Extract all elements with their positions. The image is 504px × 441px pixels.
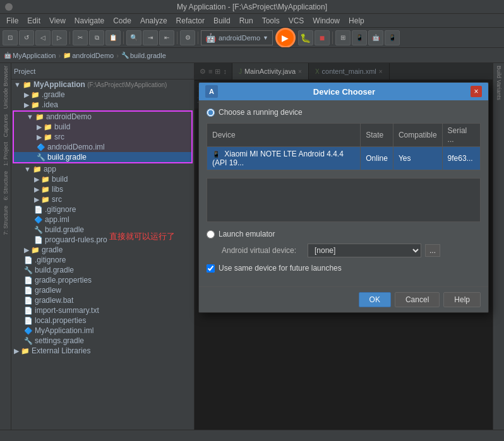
breadcrumb-androiddemo[interactable]: 📁 androidDemo	[63, 52, 114, 59]
menu-code[interactable]: Code	[109, 15, 135, 26]
tree-item-app[interactable]: ▼ 📁 app	[11, 164, 194, 174]
device-state-cell: Online	[361, 147, 393, 170]
menu-help[interactable]: Help	[345, 15, 368, 26]
separator-3	[177, 32, 177, 44]
tree-item-root-build-gradle[interactable]: 🔧 build.gradle	[11, 265, 194, 275]
tree-item-build-gradle-app[interactable]: 🔧 build.gradle	[11, 225, 194, 235]
tree-item-build[interactable]: ▶ 📁 build	[14, 122, 191, 132]
help-button[interactable]: Help	[443, 292, 481, 307]
toolbar-btn-copy[interactable]: ⧉	[89, 30, 104, 45]
tree-item-app-src[interactable]: ▶ 📁 src	[11, 194, 194, 204]
avd-select[interactable]: [none]	[308, 244, 421, 257]
toolbar-btn-7[interactable]: ⚙	[180, 30, 195, 45]
cancel-button[interactable]: Cancel	[395, 292, 440, 307]
tree-item-build-gradle-demo[interactable]: 🔧 build.gradle	[14, 152, 191, 162]
tree-item-import-summary[interactable]: 📄 import-summary.txt	[11, 305, 194, 315]
tree-item-src[interactable]: ▶ 📁 src	[14, 132, 191, 142]
tree-item-androiddemo[interactable]: ▼ 📁 androidDemo	[14, 112, 191, 122]
toolbar-btn-8[interactable]: ⊞	[335, 30, 351, 45]
stop-button[interactable]: ■	[315, 30, 330, 45]
side-label-structure7[interactable]: 7: Structure	[1, 203, 10, 238]
tree-item-idea[interactable]: ▶ 📁 .idea	[11, 100, 194, 110]
tree-item-myapp-iml-label: MyApplication.iml	[35, 326, 93, 335]
tree-item-app-libs[interactable]: ▶ 📁 libs	[11, 184, 194, 194]
menu-build[interactable]: Build	[210, 15, 234, 26]
tree-item-root-gitignore[interactable]: 📄 .gitignore	[11, 255, 194, 265]
menu-navigate[interactable]: Navigate	[71, 15, 108, 26]
toolbar-btn-9[interactable]: 📱	[352, 30, 367, 45]
folder-icon-app: 📁	[33, 165, 42, 173]
table-row-device[interactable]: 📱 Xiaomi MI NOTE LTE Android 4.4.4 (API …	[207, 147, 481, 170]
tree-toolbar-label: Project	[14, 68, 35, 75]
menu-view[interactable]: View	[45, 15, 69, 26]
tree-item-gradle-dir[interactable]: ▶ 📁 gradle	[11, 245, 194, 255]
menu-analyze[interactable]: Analyze	[136, 15, 171, 26]
right-side-panel: Build Variants	[493, 63, 504, 430]
ok-button[interactable]: OK	[359, 292, 391, 307]
tree-item-app-iml[interactable]: 🔷 app.iml	[11, 215, 194, 225]
toolbar-btn-1[interactable]: ⊡	[3, 30, 18, 45]
folder-icon-app-build: 📁	[41, 175, 50, 184]
menu-window[interactable]: Window	[309, 15, 344, 26]
tree-root[interactable]: ▼ 📁 MyApplication (F:\AsProject\MyApplic…	[11, 79, 194, 90]
tree-item-androiddemo-iml[interactable]: 🔷 androidDemo.iml	[14, 142, 191, 152]
separator-4	[198, 32, 198, 44]
same-device-checkbox[interactable]	[207, 264, 215, 273]
tree-item-app-build[interactable]: ▶ 📁 build 直接就可以运行了	[11, 174, 194, 184]
radio-running[interactable]	[207, 109, 215, 117]
menu-run[interactable]: Run	[236, 15, 257, 26]
radio-emulator[interactable]	[207, 230, 215, 238]
tree-item-settings-gradle[interactable]: 🔧 settings.gradle	[11, 336, 194, 346]
toolbar-btn-4[interactable]: ▷	[52, 30, 67, 45]
tree-item-local-props[interactable]: 📄 local.properties	[11, 315, 194, 326]
tree-item-gradlew-bat[interactable]: 📄 gradlew.bat	[11, 295, 194, 305]
toolbar-btn-5[interactable]: ⇥	[143, 30, 158, 45]
toolbar-btn-11[interactable]: 📱	[385, 30, 400, 45]
menu-vcs[interactable]: VCS	[285, 15, 308, 26]
tree-item-myapp-iml[interactable]: 🔷 MyApplication.iml	[11, 326, 194, 336]
debug-button[interactable]: 🐛	[298, 30, 313, 45]
tree-item-gradlew-label: gradlew	[35, 286, 61, 295]
sep2: ›	[116, 52, 119, 59]
tree-item-gradlew[interactable]: 📄 gradlew	[11, 285, 194, 295]
tree-item-proguard[interactable]: 📄 proguard-rules.pro	[11, 235, 194, 245]
side-label-structure6[interactable]: 6: Structure	[1, 168, 10, 203]
toolbar-btn-2[interactable]: ↺	[19, 30, 34, 45]
side-label-captures[interactable]: Captures	[1, 112, 10, 140]
tree-item-gradle[interactable]: ▶ 📁 .gradle	[11, 90, 194, 100]
toolbar-btn-find[interactable]: 🔍	[126, 30, 141, 45]
run-button[interactable]: ▶	[275, 28, 296, 48]
toolbar-btn-paste[interactable]: 📋	[105, 30, 121, 45]
tree-item-src-label: src	[54, 132, 64, 141]
menu-file[interactable]: File	[3, 15, 22, 26]
menu-refactor[interactable]: Refactor	[172, 15, 208, 26]
side-label-unicode[interactable]: Unicode Browser	[1, 63, 10, 112]
run-config-dropdown[interactable]: 🤖 androidDemo ▼	[201, 30, 273, 45]
same-device-label: Use same device for future launches	[219, 264, 342, 273]
dialog-title-bar: A Device Chooser ×	[199, 83, 488, 100]
toolbar-btn-6[interactable]: ⇤	[159, 30, 174, 45]
toolbar-btn-cut[interactable]: ✂	[73, 30, 88, 45]
root-gradle-icon: 🔧	[24, 266, 33, 274]
menu-tools[interactable]: Tools	[258, 15, 284, 26]
tree-item-ext-libs[interactable]: ▶ 📁 External Libraries	[11, 346, 194, 356]
side-label-project[interactable]: 1: Project	[1, 139, 10, 168]
tree-item-gradle-props-label: gradle.properties	[35, 276, 92, 285]
proguard-icon: 📄	[34, 236, 43, 244]
tree-item-gitignore-app[interactable]: 📄 .gitignore	[11, 204, 194, 215]
folder-icon-androiddemo: 📁	[35, 113, 44, 121]
dialog-close-button[interactable]: ×	[471, 86, 482, 97]
avd-more-button[interactable]: ...	[425, 244, 440, 257]
toolbar-btn-3[interactable]: ◁	[35, 30, 51, 45]
tree-item-gradle-props[interactable]: 📄 gradle.properties	[11, 275, 194, 285]
tree-item-ext-libs-label: External Libraries	[32, 346, 90, 355]
menu-edit[interactable]: Edit	[23, 15, 44, 26]
expand-icon-build: ▶	[37, 123, 42, 131]
col-header-compatible: Compatible	[393, 124, 442, 147]
tree-item-app-label: app	[44, 165, 56, 173]
breadcrumb-buildgradle[interactable]: 🔧 build.gradle	[121, 52, 166, 59]
side-labels-left: Unicode Browser Captures 1: Project 6: S…	[0, 63, 11, 430]
toolbar-btn-10[interactable]: 🤖	[368, 30, 383, 45]
breadcrumb-myapp[interactable]: 🤖 MyApplication	[4, 52, 56, 59]
right-label-build-variants[interactable]: Build Variants	[495, 63, 503, 103]
